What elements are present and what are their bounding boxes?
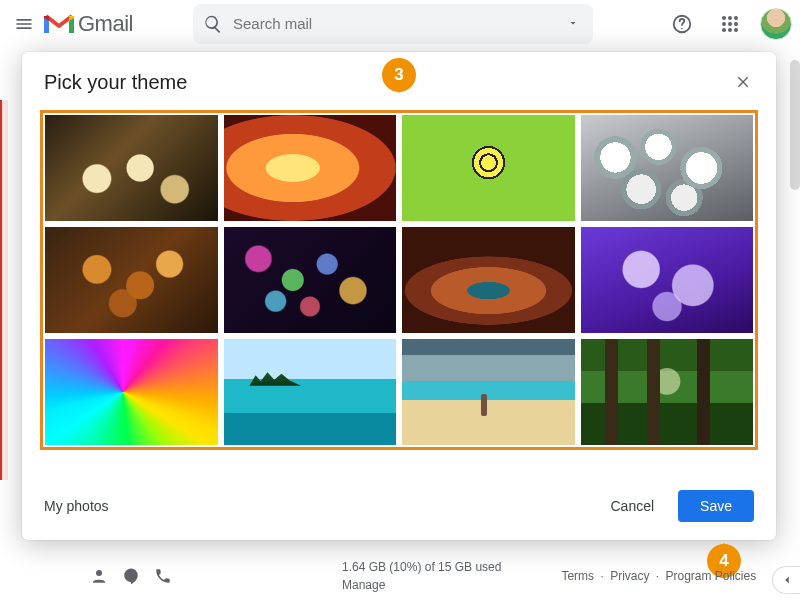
svg-point-13 xyxy=(96,570,102,576)
svg-point-9 xyxy=(734,22,738,26)
inbox-selection-sliver xyxy=(0,100,8,480)
theme-thumb-forest[interactable] xyxy=(581,339,754,445)
svg-point-5 xyxy=(728,16,732,20)
theme-grid xyxy=(45,115,753,445)
svg-point-11 xyxy=(728,28,732,32)
search-box[interactable] xyxy=(193,4,593,44)
theme-thumb-tubes[interactable] xyxy=(581,115,754,221)
cancel-button[interactable]: Cancel xyxy=(596,490,668,522)
svg-point-8 xyxy=(728,22,732,26)
my-photos-link[interactable]: My photos xyxy=(44,498,109,514)
main-menu-button[interactable] xyxy=(6,6,42,42)
side-panel-toggle[interactable] xyxy=(772,566,800,594)
dialog-header: Pick your theme xyxy=(22,52,776,104)
footer-links: Terms · Privacy · Program Policies xyxy=(561,569,756,583)
apps-button[interactable] xyxy=(712,6,748,42)
scrollbar-thumb[interactable] xyxy=(790,60,800,190)
svg-point-6 xyxy=(734,16,738,20)
theme-thumb-beach[interactable] xyxy=(402,339,575,445)
chevron-left-icon xyxy=(780,573,794,587)
svg-point-12 xyxy=(734,28,738,32)
save-button[interactable]: Save xyxy=(678,490,754,522)
hangouts-icon[interactable] xyxy=(122,567,140,585)
svg-point-4 xyxy=(722,16,726,20)
sep: · xyxy=(600,569,603,583)
person-icon[interactable] xyxy=(90,567,108,585)
close-icon xyxy=(736,74,752,90)
theme-thumb-chess[interactable] xyxy=(45,115,218,221)
gmail-m-icon xyxy=(44,13,74,35)
theme-picker-dialog: Pick your theme My photos Cancel Save xyxy=(22,52,776,540)
svg-point-7 xyxy=(722,22,726,26)
svg-point-3 xyxy=(681,27,682,28)
theme-grid-highlight xyxy=(40,110,758,450)
gmail-footer: 1.64 GB (10%) of 15 GB used Manage Terms… xyxy=(0,552,800,600)
storage-line: 1.64 GB (10%) of 15 GB used xyxy=(342,558,501,576)
help-icon xyxy=(671,13,693,35)
theme-thumb-caterpillar[interactable] xyxy=(402,115,575,221)
help-button[interactable] xyxy=(664,6,700,42)
header-right xyxy=(664,6,792,42)
policies-link[interactable]: Program Policies xyxy=(666,569,757,583)
search-icon xyxy=(203,14,223,34)
manage-storage-link[interactable]: Manage xyxy=(342,578,385,592)
theme-thumb-oil[interactable] xyxy=(45,339,218,445)
search-options-button[interactable] xyxy=(563,11,583,37)
svg-point-10 xyxy=(722,28,726,32)
dialog-title: Pick your theme xyxy=(44,71,187,94)
account-avatar[interactable] xyxy=(760,8,792,40)
search-input[interactable] xyxy=(223,15,563,32)
caret-down-icon xyxy=(567,17,579,29)
gmail-header: Gmail xyxy=(0,0,800,48)
sep: · xyxy=(656,569,659,583)
gmail-logo-text: Gmail xyxy=(78,11,133,37)
hangouts-icons xyxy=(0,567,172,585)
phone-icon[interactable] xyxy=(154,567,172,585)
storage-info: 1.64 GB (10%) of 15 GB used Manage xyxy=(342,558,501,594)
apps-grid-icon xyxy=(721,15,739,33)
privacy-link[interactable]: Privacy xyxy=(610,569,649,583)
theme-thumb-canyon[interactable] xyxy=(224,115,397,221)
dialog-close-button[interactable] xyxy=(730,68,758,96)
theme-thumb-jellyfish[interactable] xyxy=(581,227,754,333)
hamburger-icon xyxy=(14,14,34,34)
gmail-logo[interactable]: Gmail xyxy=(44,11,133,37)
theme-thumb-lake[interactable] xyxy=(224,339,397,445)
theme-thumb-bokeh[interactable] xyxy=(224,227,397,333)
dialog-footer: My photos Cancel Save xyxy=(22,478,776,540)
theme-thumb-leaves[interactable] xyxy=(45,227,218,333)
theme-thumb-horseshoe[interactable] xyxy=(402,227,575,333)
terms-link[interactable]: Terms xyxy=(561,569,594,583)
